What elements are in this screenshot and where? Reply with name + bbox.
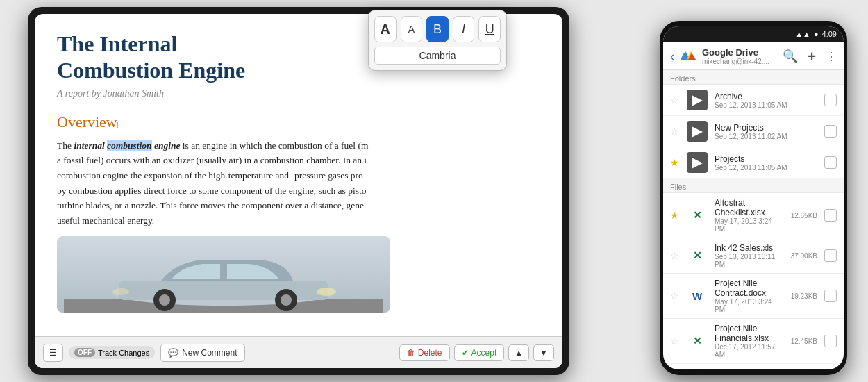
star-icon[interactable]: ☆ — [670, 335, 680, 347]
file-meta: Sep 13, 2013 10:11 PM — [715, 253, 784, 268]
folders-section-label: Folders — [663, 70, 844, 85]
comment-icon: 💬 — [168, 348, 178, 358]
toolbar-right: 🗑 Delete ✔ Accept ▲ ▼ — [399, 344, 554, 361]
svg-point-7 — [317, 288, 336, 296]
phone-file-list: Folders ☆ ▶ Archive Sep 12, 2013 11:05 A… — [663, 70, 844, 369]
file-info: Ink 42 Sales.xls Sep 13, 2013 10:11 PM — [715, 243, 784, 268]
app-title: Google Drive — [702, 47, 777, 58]
accept-button[interactable]: ✔ Accept — [454, 344, 505, 361]
star-icon[interactable]: ☆ — [670, 126, 680, 137]
list-item[interactable]: ☆ ✕ Project Nile Financials.xlsx Dec 17,… — [663, 319, 844, 364]
list-item[interactable]: ☆ ✕ Ink 42 Sales.xls Sep 13, 2013 10:11 … — [663, 238, 844, 274]
car-image — [57, 236, 390, 313]
file-name: Projects — [715, 154, 817, 164]
new-comment-button[interactable]: 💬 New Comment — [160, 344, 244, 362]
svg-point-8 — [112, 288, 129, 295]
checkbox[interactable] — [824, 125, 837, 138]
up-arrow-button[interactable]: ▲ — [508, 344, 529, 361]
svg-point-6 — [281, 294, 292, 306]
phone-header-text: Google Drive mikechang@ink-42.... — [702, 47, 777, 65]
list-item[interactable]: ☆ W Project Nile Contract.docx May 17, 2… — [663, 274, 844, 319]
underline-button[interactable]: U — [478, 16, 501, 42]
menu-icon: ☰ — [49, 348, 57, 358]
xlsx-icon: ✕ — [687, 331, 708, 351]
doc-section-title: Overview| — [57, 113, 540, 131]
add-icon[interactable]: + — [808, 49, 816, 65]
file-info: Archive Sep 12, 2013 11:05 AM — [715, 92, 817, 109]
file-info: Project Nile Pitch.pptx May 17, 2013 3:2… — [715, 369, 787, 369]
file-meta: Sep 12, 2013 11:05 AM — [715, 101, 817, 109]
star-icon[interactable]: ☆ — [670, 94, 680, 106]
track-changes-label: Track Changes — [98, 349, 149, 357]
delete-button[interactable]: 🗑 Delete — [399, 344, 450, 361]
format-size-row: A A B I U — [374, 16, 501, 42]
folder-icon: ▶ — [687, 90, 708, 110]
format-font-row: Cambria — [374, 47, 501, 65]
file-name: New Projects — [715, 123, 817, 133]
file-meta: Sep 12, 2013 11:05 AM — [715, 164, 817, 172]
italic-button[interactable]: I — [453, 16, 475, 42]
file-info: Project Nile Contract.docx May 17, 2013 … — [715, 279, 784, 313]
font-selector[interactable]: Cambria — [374, 47, 501, 65]
list-item[interactable]: ☆ ▶ Archive Sep 12, 2013 11:05 AM — [663, 85, 844, 116]
phone-header: ‹ Google Drive mikechang@ink-42.... 🔍 + … — [663, 42, 844, 70]
tablet-toolbar: ☰ OFF Track Changes 💬 New Comment 🗑 Dele… — [35, 336, 562, 368]
doc-subtitle: A report by Jonathan Smith — [57, 88, 540, 99]
star-icon[interactable]: ☆ — [670, 250, 680, 261]
delete-label: Delete — [418, 348, 442, 358]
list-item[interactable]: ☆ P Project Nile Pitch.pptx May 17, 2013… — [663, 364, 844, 369]
bold-button[interactable]: B — [426, 16, 449, 42]
accept-icon: ✔ — [462, 348, 469, 358]
doc-body: The internal combustion engine is an eng… — [57, 138, 540, 229]
file-size: 19.23KB — [791, 292, 817, 300]
more-icon[interactable]: ⋮ — [826, 50, 837, 63]
account-subtitle: mikechang@ink-42.... — [702, 58, 777, 65]
file-info: Projects Sep 12, 2013 11:05 AM — [715, 154, 817, 172]
star-icon[interactable]: ☆ — [670, 290, 680, 301]
file-name: Project Nile Contract.docx — [715, 279, 784, 298]
phone-header-actions: 🔍 + ⋮ — [783, 49, 837, 65]
track-changes-toggle[interactable]: OFF Track Changes — [69, 346, 155, 359]
file-name: Project Nile Financials.xlsx — [715, 324, 784, 343]
checkbox[interactable] — [824, 249, 837, 262]
list-item[interactable]: ☆ ▶ New Projects Sep 12, 2013 11:02 AM — [663, 116, 844, 147]
accept-label: Accept — [471, 348, 497, 358]
checkbox[interactable] — [824, 156, 837, 169]
file-meta: May 17, 2013 3:24 PM — [715, 217, 784, 233]
file-info: New Projects Sep 12, 2013 11:02 AM — [715, 123, 817, 140]
file-name: Archive — [715, 92, 817, 101]
xlsx-icon: ✕ — [687, 205, 708, 226]
search-icon[interactable]: 🔍 — [783, 49, 798, 64]
file-info: Altostrat Checklist.xlsx May 17, 2013 3:… — [715, 198, 784, 233]
file-size: 37.00KB — [791, 252, 817, 260]
folder-icon: ▶ — [687, 121, 708, 142]
folder-icon: ▶ — [687, 152, 708, 173]
file-meta: May 17, 2013 3:24 PM — [715, 298, 784, 313]
star-icon[interactable]: ★ — [670, 210, 680, 221]
menu-button[interactable]: ☰ — [43, 344, 63, 362]
checkbox[interactable] — [824, 290, 837, 302]
font-size-large-button[interactable]: A — [374, 16, 397, 42]
checkbox[interactable] — [824, 209, 837, 222]
phone-screen: ▲▲ ● 4:09 ‹ Google Drive mikechang@ink-4… — [663, 26, 844, 369]
star-icon[interactable]: ★ — [670, 157, 680, 168]
file-name: Ink 42 Sales.xls — [715, 243, 784, 253]
phone: ▲▲ ● 4:09 ‹ Google Drive mikechang@ink-4… — [660, 21, 847, 375]
back-button[interactable]: ‹ — [670, 49, 674, 64]
down-arrow-button[interactable]: ▼ — [533, 344, 554, 361]
docx-icon: W — [687, 285, 708, 306]
status-time: 4:09 — [822, 30, 837, 38]
list-item[interactable]: ★ ✕ Altostrat Checklist.xlsx May 17, 201… — [663, 193, 844, 238]
svg-point-4 — [159, 294, 170, 306]
font-size-small-button[interactable]: A — [401, 16, 423, 42]
checkbox[interactable] — [824, 94, 837, 106]
file-meta: Sep 12, 2013 11:02 AM — [715, 133, 817, 140]
file-name: Altostrat Checklist.xlsx — [715, 198, 784, 217]
file-meta: Dec 17, 2012 11:57 AM — [715, 343, 784, 358]
phone-status-bar: ▲▲ ● 4:09 — [663, 26, 844, 42]
file-size: 12.65KB — [791, 212, 817, 219]
checkbox[interactable] — [824, 335, 837, 347]
xlsx-icon: ✕ — [687, 245, 708, 266]
file-info: Project Nile Financials.xlsx Dec 17, 201… — [715, 324, 784, 358]
list-item[interactable]: ★ ▶ Projects Sep 12, 2013 11:05 AM — [663, 147, 844, 178]
